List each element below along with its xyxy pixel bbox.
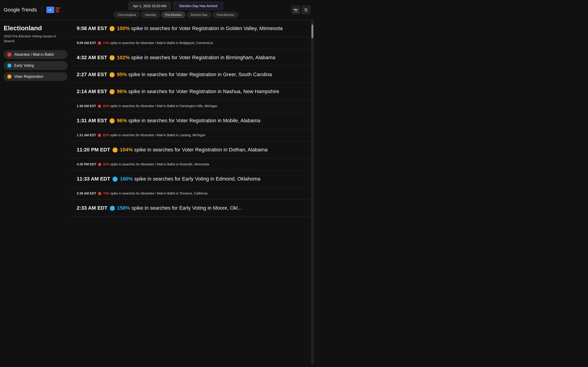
feed-text-4: 2:27 AM EST 95% spike in searches for Vo…: [77, 72, 272, 77]
tab-chronological[interactable]: Chronological: [114, 12, 140, 18]
pct-8: 82%: [103, 133, 109, 137]
feed-text-8: 1:31 AM EST 82% spike in searches for Ab…: [77, 133, 205, 137]
pct-12: 79%: [103, 192, 110, 195]
dot-13: [110, 206, 115, 211]
dot-4: [110, 72, 115, 77]
scroll-thumb[interactable]: [311, 25, 313, 38]
main-layout: Electionland 2020 Pre-Election Voting Is…: [0, 20, 314, 364]
header-center: Apr 1, 2022 10:20 AM Election Day Has Ar…: [114, 2, 238, 18]
header-top-row: Apr 1, 2022 10:20 AM Election Day Has Ar…: [129, 2, 223, 10]
pct-3: 102%: [117, 55, 130, 60]
dot-8: [98, 134, 101, 137]
feed-text-3: 4:32 AM EST 102% spike in searches for V…: [77, 55, 275, 60]
trends-text: Trends: [21, 7, 37, 13]
red-line-1: [56, 8, 60, 8]
camera-button[interactable]: 📷: [292, 6, 300, 14]
feed-text-7: 1:31 AM EST 96% spike in searches for Vo…: [77, 118, 260, 123]
early-voting-dot: [7, 64, 11, 68]
feed-item-9[interactable]: 11:20 PM EDT 104% spike in searches for …: [71, 141, 311, 158]
feed-text-1: 9:58 AM EST 100% spike in searches for V…: [77, 25, 283, 31]
dot-7: [110, 118, 115, 123]
menu-button[interactable]: ☰: [302, 6, 310, 14]
dot-12: [98, 192, 101, 195]
sidebar-subtitle: 2020 Pre-Election Voting Issues in Searc…: [4, 34, 68, 43]
logo-divider: [42, 6, 42, 13]
red-line-2: [56, 9, 59, 10]
feed-text-11: 11:33 AM EDT 160% spike in searches for …: [77, 176, 260, 182]
pct-1: 100%: [117, 25, 130, 31]
feed-item-12[interactable]: 2:38 AM EDT 79% spike in searches for Ab…: [71, 187, 311, 200]
pct-4: 95%: [117, 72, 127, 77]
dot-11: [112, 177, 118, 182]
voter-registration-label: Voter Registration: [14, 75, 43, 79]
feed-item-5[interactable]: 2:14 AM EST 96% spike in searches for Vo…: [71, 83, 311, 100]
feed-text-12: 2:38 AM EDT 79% spike in searches for Ab…: [77, 192, 208, 195]
nav-tabs: Chronological Intensity Pre-Election Ele…: [114, 12, 238, 18]
scroll-indicator: [311, 20, 314, 364]
dot-6: [98, 105, 101, 108]
feed-text-9: 11:20 PM EDT 104% spike in searches for …: [77, 147, 268, 152]
red-line-3: [56, 11, 60, 12]
tab-election-day[interactable]: Election Day: [187, 12, 211, 18]
pct-5: 96%: [117, 89, 127, 94]
dot-3: [110, 55, 115, 60]
red-lines-icon: [56, 8, 60, 12]
feed-item-1[interactable]: 9:58 AM EST 100% spike in searches for V…: [71, 20, 311, 37]
feed-item-8[interactable]: 1:31 AM EST 82% spike in searches for Ab…: [71, 129, 311, 141]
feed-text-6: 1:36 AM EST 85% spike in searches for Ab…: [77, 104, 217, 108]
header-left: Google Trends: [4, 6, 60, 13]
pct-6: 85%: [103, 104, 109, 108]
sidebar: Electionland 2020 Pre-Election Voting Is…: [0, 20, 71, 364]
dot-9: [112, 148, 118, 152]
filter-voter-registration[interactable]: Voter Registration: [4, 72, 68, 81]
dot-1: [110, 26, 115, 31]
date-badge: Apr 1, 2022 10:20 AM: [129, 2, 171, 10]
pct-7: 96%: [117, 118, 127, 123]
dot-5: [110, 89, 115, 94]
sidebar-title: Electionland: [4, 25, 68, 32]
voter-registration-dot: [7, 75, 11, 79]
feed-item-10[interactable]: 4:35 PM EDT 99% spike in searches for Ab…: [71, 158, 311, 170]
feed[interactable]: 9:58 AM EST 100% spike in searches for V…: [71, 20, 311, 364]
feed-item-13[interactable]: 2:33 AM EDT 158% spike in searches for E…: [71, 200, 311, 217]
header: Google Trends Apr 1, 2022 10:20 AM Elect…: [0, 0, 314, 20]
election-arrived-badge: Election Day Has Arrived: [173, 2, 223, 10]
feed-text-2: 9:09 AM EST 74% spike in searches for Ab…: [77, 41, 213, 45]
pct-10: 99%: [103, 162, 110, 166]
election-icon: [46, 7, 60, 13]
pct-2: 74%: [103, 41, 109, 45]
absentee-dot: [7, 52, 11, 57]
google-trends-logo: Google Trends: [4, 7, 37, 13]
google-text: Google: [4, 7, 20, 13]
menu-icon: ☰: [304, 8, 308, 12]
feed-text-13: 2:33 AM EDT 158% spike in searches for E…: [77, 205, 242, 211]
dot-10: [98, 163, 101, 166]
filter-early-voting[interactable]: Early Voting: [4, 61, 68, 70]
feed-item-6[interactable]: 1:36 AM EST 85% spike in searches for Ab…: [71, 100, 311, 112]
feed-item-7[interactable]: 1:31 AM EST 96% spike in searches for Vo…: [71, 112, 311, 129]
feed-item-2[interactable]: 9:09 AM EST 74% spike in searches for Ab…: [71, 37, 311, 49]
dot-2: [98, 42, 101, 45]
feed-text-10: 4:35 PM EDT 99% spike in searches for Ab…: [77, 162, 209, 166]
pct-13: 158%: [117, 205, 130, 211]
check-box-icon: [46, 7, 54, 13]
absentee-label: Absentee / Mail-in Ballot: [14, 52, 54, 57]
tab-post-election[interactable]: Post-Election: [213, 12, 238, 18]
feed-item-3[interactable]: 4:32 AM EST 102% spike in searches for V…: [71, 49, 311, 66]
header-icons: 📷 ☰: [292, 6, 310, 14]
tab-intensity[interactable]: Intensity: [141, 12, 160, 18]
feed-item-11[interactable]: 11:33 AM EDT 160% spike in searches for …: [71, 170, 311, 187]
early-voting-label: Early Voting: [14, 64, 34, 68]
pct-9: 104%: [120, 147, 133, 152]
camera-icon: 📷: [294, 8, 298, 12]
filter-absentee[interactable]: Absentee / Mail-in Ballot: [4, 50, 68, 59]
feed-item-4[interactable]: 2:27 AM EST 95% spike in searches for Vo…: [71, 66, 311, 83]
feed-text-5: 2:14 AM EST 96% spike in searches for Vo…: [77, 89, 279, 94]
tab-pre-election[interactable]: Pre-Election: [162, 12, 186, 18]
pct-11: 160%: [120, 176, 133, 182]
